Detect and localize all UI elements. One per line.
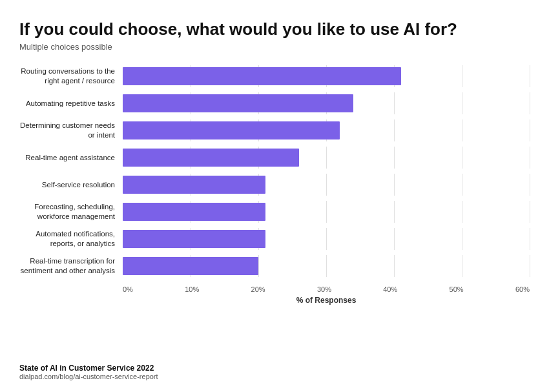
x-axis-label: 0% — [123, 285, 133, 293]
grid-line — [394, 119, 395, 141]
grid-line — [326, 174, 327, 196]
grid-line — [326, 147, 327, 169]
grid-line — [530, 147, 530, 169]
footer: State of AI in Customer Service 2022 dia… — [19, 364, 158, 380]
bar-label: Self-service resolution — [19, 180, 123, 190]
grid-line — [462, 119, 462, 141]
grid-line — [394, 201, 395, 223]
chart-subtitle: Multiple choices possible — [19, 42, 530, 52]
bar-track-wrapper — [123, 94, 530, 112]
grid-line — [462, 255, 462, 277]
x-axis-title: % of Responses — [19, 296, 530, 305]
bar-row: Automating repetitive tasks — [19, 93, 530, 114]
grid-line — [530, 92, 530, 114]
grid-line — [462, 201, 462, 223]
bar-track-wrapper — [123, 121, 530, 139]
bar-row: Forecasting, scheduling,workforce manage… — [19, 201, 530, 222]
x-axis-label: 60% — [515, 285, 530, 293]
bar-track-wrapper — [123, 257, 530, 275]
grid-line — [462, 92, 462, 114]
grid-line — [394, 92, 395, 114]
grid-line — [530, 201, 530, 223]
bar-row: Real-time transcription forsentiment and… — [19, 256, 530, 276]
bar-fill — [123, 94, 353, 112]
grid-line — [394, 228, 395, 250]
bar-label: Real-time transcription forsentiment and… — [19, 256, 123, 276]
chart-container: If you could choose, what would you like… — [0, 0, 549, 392]
x-axis-label: 10% — [185, 285, 199, 293]
grid-line — [530, 255, 530, 277]
grid-line — [530, 228, 530, 250]
bar-fill — [123, 176, 265, 194]
bar-fill — [123, 203, 265, 221]
grid-line — [530, 65, 530, 87]
bar-label: Automating repetitive tasks — [19, 99, 123, 108]
footer-url: dialpad.com/blog/ai-customer-service-rep… — [19, 373, 158, 380]
bar-row: Automated notifications,reports, or anal… — [19, 229, 530, 249]
bar-row: Determining customer needsor intent — [19, 120, 530, 141]
footer-source: State of AI in Customer Service 2022 — [19, 364, 158, 373]
grid-line — [326, 255, 327, 277]
bar-fill — [123, 230, 265, 248]
bar-track-wrapper — [123, 203, 530, 221]
bar-label: Forecasting, scheduling,workforce manage… — [19, 202, 123, 222]
x-axis-label: 30% — [317, 285, 331, 293]
bar-fill — [123, 257, 258, 275]
bar-label: Routing conversations to theright agent … — [19, 67, 123, 86]
grid-line — [258, 255, 259, 277]
grid-line — [394, 255, 395, 277]
bar-row: Routing conversations to theright agent … — [19, 66, 530, 87]
x-axis-label: 20% — [251, 285, 265, 293]
grid-line — [462, 65, 462, 87]
bar-fill — [123, 67, 401, 85]
bar-fill — [123, 121, 340, 139]
grid-line — [530, 119, 530, 141]
chart-title: If you could choose, what would you like… — [19, 19, 530, 39]
bar-label: Real-time agent assistance — [19, 153, 123, 163]
bar-row: Real-time agent assistance — [19, 147, 530, 168]
bar-track-wrapper — [123, 67, 530, 85]
grid-line — [462, 228, 462, 250]
bar-track-wrapper — [123, 149, 530, 167]
bar-fill — [123, 149, 299, 167]
bars-area: Routing conversations to theright agent … — [19, 66, 530, 283]
bar-track-wrapper — [123, 230, 530, 248]
grid-line — [394, 174, 395, 196]
x-axis: 0%10%20%30%40%50%60% — [19, 285, 530, 293]
x-axis-labels: 0%10%20%30%40%50%60% — [123, 285, 530, 293]
grid-line — [326, 201, 327, 223]
bar-row: Self-service resolution — [19, 174, 530, 195]
x-axis-label: 40% — [383, 285, 397, 293]
grid-line — [462, 174, 462, 196]
bar-label: Determining customer needsor intent — [19, 121, 123, 140]
grid-line — [462, 147, 462, 169]
bar-label: Automated notifications,reports, or anal… — [19, 229, 123, 249]
x-axis-label: 50% — [450, 285, 464, 293]
grid-line — [326, 228, 327, 250]
grid-line — [530, 174, 530, 196]
grid-line — [394, 147, 395, 169]
bar-track-wrapper — [123, 176, 530, 194]
